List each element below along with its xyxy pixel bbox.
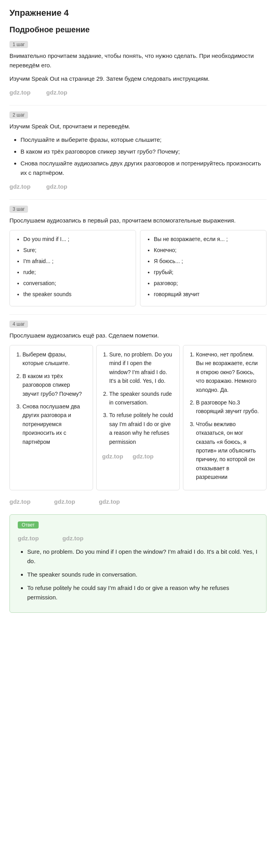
- watermark-7: gdz.top: [9, 498, 30, 505]
- step3-text: Прослушаем аудиозапись в первый раз, про…: [9, 216, 267, 225]
- list-item: The speaker sounds rude in conversation.: [27, 570, 258, 579]
- list-item: Do you mind if I... ;: [23, 235, 129, 243]
- watermark-1: gdz.top: [9, 89, 30, 96]
- watermark-5: gdz.top: [102, 452, 123, 461]
- page-title: Упражнение 4: [9, 8, 267, 18]
- answer-badge: Ответ: [18, 521, 39, 529]
- list-item: To refuse politely he could say I'm afra…: [109, 411, 174, 446]
- phrases-left-col: Do you mind if I... ; Sure; I'm afraid..…: [9, 230, 136, 306]
- list-item: В разговоре No.3 говорящий звучит грубо.: [196, 398, 261, 416]
- watermark-4: gdz.top: [46, 183, 67, 190]
- list-item: Sure, no problem. Do you mind if I open …: [109, 350, 174, 386]
- page-subtitle: Подробное решение: [9, 25, 267, 34]
- step3-badge: 3 шаг: [9, 206, 28, 213]
- list-item: В каком из трёх разговоров спикер звучит…: [22, 372, 87, 398]
- step1-text1: Внимательно прочитаем задание, чтобы пон…: [9, 51, 267, 70]
- step1-section: 1 шаг Внимательно прочитаем задание, что…: [9, 41, 267, 97]
- step4-text: Прослушаем аудиозапись ещё раз. Сделаем …: [9, 331, 267, 340]
- watermark-3: gdz.top: [9, 183, 30, 190]
- watermark-9: gdz.top: [99, 498, 120, 505]
- step4-col2-list: Sure, no problem. Do you mind if I open …: [102, 350, 174, 446]
- list-item: разговор;: [154, 279, 260, 287]
- phrases-container: Do you mind if I... ; Sure; I'm afraid..…: [9, 230, 267, 306]
- list-item: Sure, no problem. Do you mind if I open …: [27, 547, 258, 566]
- watermark-11: gdz.top: [62, 535, 83, 542]
- answer-bullets: Sure, no problem. Do you mind if I open …: [18, 547, 258, 602]
- step4-badge: 4 шаг: [9, 321, 28, 328]
- list-item: Конечно, нет проблем. Вы не возражаете, …: [196, 350, 261, 394]
- list-item: Я боюсь... ;: [154, 257, 260, 265]
- step4-col1-list: Выберем фразы, которые слышите. В каком …: [15, 350, 87, 446]
- step4-col1: Выберем фразы, которые слышите. В каком …: [9, 345, 93, 490]
- list-item: Вы не возражаете, если я... ;: [154, 235, 260, 243]
- step3-section: 3 шаг Прослушаем аудиозапись в первый ра…: [9, 205, 267, 306]
- step2-badge: 2 шаг: [9, 111, 28, 119]
- watermark-6: gdz.top: [132, 452, 153, 461]
- list-item: Снова послушаем два других разговора и п…: [22, 402, 87, 446]
- watermark-2: gdz.top: [46, 89, 67, 96]
- step1-text2: Изучим Speak Out на странице 29. Затем б…: [9, 74, 267, 83]
- list-item: Выберем фразы, которые слышите.: [22, 350, 87, 368]
- watermark-8: gdz.top: [54, 498, 75, 505]
- list-item: грубый;: [154, 268, 260, 276]
- step4-table: Выберем фразы, которые слышите. В каком …: [9, 345, 267, 490]
- phrases-right-list: Вы не возражаете, если я... ; Конечно; Я…: [147, 235, 260, 299]
- step4-col3: Конечно, нет проблем. Вы не возражаете, …: [183, 345, 267, 490]
- step4-col2: Sure, no problem. Do you mind if I open …: [96, 345, 180, 490]
- list-item: Sure;: [23, 246, 129, 254]
- list-item: To refuse politely he could say I'm afra…: [27, 583, 258, 602]
- list-item: Чтобы вежливо отказаться, он мог сказать…: [196, 420, 261, 482]
- step2-section: 2 шаг Изучим Speak Out, прочитаем и пере…: [9, 111, 267, 191]
- list-item: В каком из трёх разговоров спикер звучит…: [21, 147, 267, 156]
- step2-bullets: Послушайте и выберите фразы, которые слы…: [9, 135, 267, 178]
- list-item: Послушайте и выберите фразы, которые слы…: [21, 135, 267, 145]
- step2-text: Изучим Speak Out, прочитаем и переведём.: [9, 122, 267, 131]
- list-item: Снова послушайте аудиозапись двух других…: [21, 159, 267, 178]
- list-item: conversation;: [23, 279, 129, 287]
- answer-section: Ответ gdz.top gdz.top Sure, no problem. …: [9, 514, 267, 613]
- step4-section: 4 шаг Прослушаем аудиозапись ещё раз. Сд…: [9, 320, 267, 506]
- watermark-10: gdz.top: [18, 535, 39, 542]
- phrases-right-col: Вы не возражаете, если я... ; Конечно; Я…: [140, 230, 267, 306]
- phrases-left-list: Do you mind if I... ; Sure; I'm afraid..…: [16, 235, 129, 299]
- list-item: Конечно;: [154, 246, 260, 254]
- list-item: rude;: [23, 268, 129, 276]
- list-item: The speaker sounds rude in conversation.: [109, 389, 174, 407]
- step4-col3-list: Конечно, нет проблем. Вы не возражаете, …: [189, 350, 261, 481]
- list-item: говорящий звучит: [154, 290, 260, 299]
- list-item: I'm afraid... ;: [23, 257, 129, 265]
- list-item: the speaker sounds: [23, 290, 129, 299]
- step1-badge: 1 шаг: [9, 41, 28, 48]
